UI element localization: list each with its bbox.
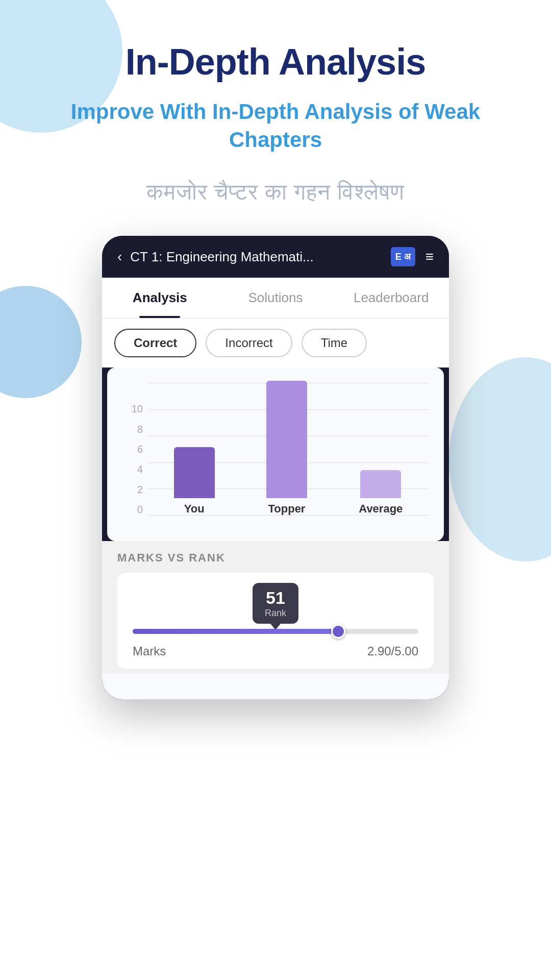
- marks-section: MARKS VS RANK 51 Rank Marks 2: [102, 541, 449, 674]
- marks-label: Marks: [133, 644, 166, 658]
- filter-bar: Correct Incorrect Time: [102, 318, 449, 368]
- slider-track[interactable]: [133, 629, 418, 634]
- chart-container: 0 2 4 6 8 10: [122, 383, 429, 536]
- bar-group-topper: Topper: [266, 381, 307, 516]
- bar-label-topper: Topper: [268, 502, 306, 516]
- tab-leaderboard[interactable]: Leaderboard: [333, 278, 449, 318]
- bar-average: [360, 470, 401, 498]
- tab-solutions[interactable]: Solutions: [218, 278, 334, 318]
- back-button[interactable]: ‹: [117, 249, 122, 265]
- tabs-bar: Analysis Solutions Leaderboard: [102, 278, 449, 318]
- rank-badge: 51 Rank: [253, 583, 298, 624]
- filter-correct[interactable]: Correct: [114, 329, 196, 357]
- book-icon[interactable]: E अ: [391, 247, 415, 266]
- topbar: ‹ CT 1: Engineering Mathemati... E अ ≡: [102, 236, 449, 278]
- rank-number: 51: [264, 588, 287, 608]
- y-label-4: 4: [122, 463, 148, 475]
- bar-topper: [266, 381, 307, 498]
- y-label-10: 10: [122, 403, 148, 415]
- rank-label: Rank: [265, 608, 286, 618]
- main-title: In-Depth Analysis: [126, 41, 425, 83]
- bar-group-average: Average: [359, 470, 403, 516]
- topbar-icons: E अ ≡: [391, 247, 434, 266]
- phone-mockup: ‹ CT 1: Engineering Mathemati... E अ ≡ A…: [102, 236, 449, 699]
- marks-value: 2.90/5.00: [367, 644, 418, 658]
- bottom-space: [102, 674, 449, 699]
- tab-analysis[interactable]: Analysis: [102, 278, 218, 318]
- bar-label-average: Average: [359, 502, 403, 516]
- bar-group-you: You: [174, 447, 215, 516]
- y-axis: 0 2 4 6 8 10: [122, 403, 148, 536]
- bar-you: [174, 447, 215, 498]
- marks-vs-rank-title: MARKS VS RANK: [117, 551, 434, 565]
- marks-row: Marks 2.90/5.00: [133, 644, 418, 658]
- slider-fill: [133, 629, 338, 634]
- filter-time[interactable]: Time: [302, 329, 367, 357]
- chart-grid: You Topper Average: [148, 383, 429, 536]
- hindi-subtitle: कमजोर चैप्टर का गहन विश्लेषण: [146, 179, 405, 205]
- y-label-6: 6: [122, 444, 148, 455]
- y-label-8: 8: [122, 424, 148, 435]
- y-label-0: 0: [122, 504, 148, 516]
- bars-row: You Topper Average: [148, 383, 429, 516]
- marks-card: 51 Rank Marks 2.90/5.00: [117, 573, 434, 669]
- bar-label-you: You: [184, 502, 205, 516]
- slider-area: [133, 629, 418, 634]
- menu-icon[interactable]: ≡: [425, 249, 434, 265]
- chart-area: 0 2 4 6 8 10: [107, 368, 444, 541]
- topbar-title: CT 1: Engineering Mathemati...: [130, 249, 382, 265]
- y-label-2: 2: [122, 484, 148, 496]
- subtitle: Improve With In-Depth Analysis of Weak C…: [0, 98, 551, 154]
- slider-thumb[interactable]: [331, 624, 345, 639]
- filter-incorrect[interactable]: Incorrect: [206, 329, 292, 357]
